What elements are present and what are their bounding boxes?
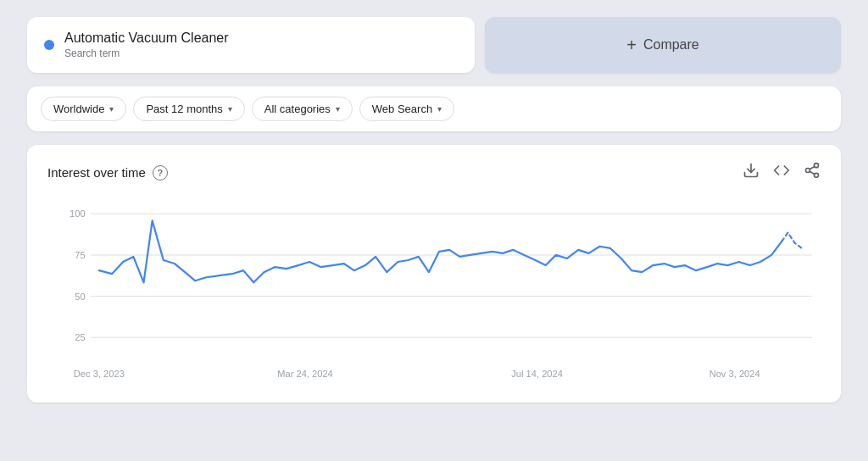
- compare-label: Compare: [643, 37, 699, 53]
- search-term-title: Automatic Vacuum Cleaner: [64, 31, 229, 46]
- help-icon[interactable]: ?: [153, 165, 168, 181]
- svg-line-4: [810, 171, 815, 174]
- plus-icon: +: [626, 36, 637, 55]
- filter-region[interactable]: Worldwide ▾: [41, 97, 126, 121]
- y-label-25: 25: [75, 332, 85, 342]
- filter-type[interactable]: Web Search ▾: [359, 97, 454, 121]
- filter-region-label: Worldwide: [53, 103, 104, 115]
- compare-button[interactable]: + Compare: [485, 17, 841, 73]
- search-term-text: Automatic Vacuum Cleaner Search term: [64, 31, 229, 59]
- trend-chart: 100 75 50 25 Dec 3, 2023 Mar 24, 2024 Ju…: [47, 197, 821, 386]
- x-label-dec: Dec 3, 2023: [74, 369, 125, 379]
- x-label-nov: Nov 3, 2024: [709, 369, 760, 379]
- trend-line-dotted: [782, 233, 801, 248]
- search-term-subtitle: Search term: [64, 47, 229, 59]
- search-term-card: Automatic Vacuum Cleaner Search term: [27, 17, 475, 73]
- chevron-down-icon: ▾: [336, 104, 340, 114]
- filter-time-label: Past 12 months: [146, 103, 222, 115]
- chart-card: Interest over time ?: [27, 145, 841, 403]
- chart-title-row: Interest over time ?: [47, 165, 168, 181]
- main-container: Automatic Vacuum Cleaner Search term + C…: [27, 17, 841, 403]
- y-label-50: 50: [75, 292, 85, 302]
- x-label-jul: Jul 14, 2024: [511, 369, 563, 379]
- blue-dot: [44, 40, 54, 50]
- embed-icon[interactable]: [773, 162, 790, 183]
- y-label-100: 100: [70, 208, 86, 219]
- chevron-down-icon: ▾: [228, 104, 232, 114]
- chevron-down-icon: ▾: [437, 104, 442, 114]
- filter-type-label: Web Search: [372, 103, 432, 115]
- chart-actions: [743, 162, 821, 183]
- filter-category[interactable]: All categories ▾: [252, 97, 353, 121]
- filter-category-label: All categories: [264, 103, 331, 115]
- y-label-75: 75: [75, 250, 85, 260]
- filter-row: Worldwide ▾ Past 12 months ▾ All categor…: [27, 86, 841, 131]
- chart-header: Interest over time ?: [47, 162, 821, 183]
- filter-time[interactable]: Past 12 months ▾: [133, 97, 244, 121]
- download-icon[interactable]: [743, 162, 760, 183]
- trend-line-solid: [99, 220, 782, 282]
- chart-title: Interest over time: [47, 165, 146, 180]
- x-label-mar: Mar 24, 2024: [277, 369, 333, 379]
- share-icon[interactable]: [804, 162, 821, 183]
- top-row: Automatic Vacuum Cleaner Search term + C…: [27, 17, 841, 73]
- svg-line-5: [810, 166, 815, 169]
- chevron-down-icon: ▾: [109, 104, 114, 114]
